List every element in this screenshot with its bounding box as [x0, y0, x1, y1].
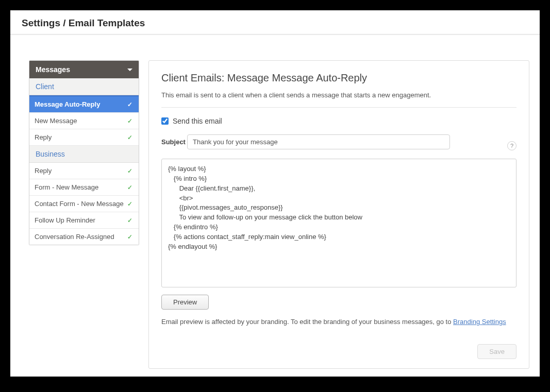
preview-button[interactable]: Preview	[161, 295, 209, 310]
check-icon: ✓	[127, 134, 132, 141]
check-icon: ✓	[127, 200, 132, 208]
branding-hint: Email preview is affected by your brandi…	[161, 318, 516, 326]
check-icon: ✓	[127, 117, 132, 125]
sidebar-item-label: Message Auto-Reply	[35, 100, 100, 108]
sidebar-item-message-auto-reply[interactable]: Message Auto-Reply ✓	[29, 95, 139, 113]
sidebar-header[interactable]: Messages	[29, 61, 139, 78]
sidebar-item-label: Form - New Message	[35, 183, 98, 191]
check-icon: ✓	[127, 233, 132, 241]
send-email-checkbox[interactable]	[161, 117, 169, 125]
sidebar-item-follow-up-reminder[interactable]: Follow Up Reminder ✓	[29, 212, 139, 229]
sidebar-item-label: Reply	[35, 133, 52, 141]
save-button[interactable]: Save	[477, 344, 516, 359]
sidebar-item-label: Reply	[35, 167, 52, 175]
sidebar-item-new-message[interactable]: New Message ✓	[29, 113, 139, 129]
check-icon: ✓	[127, 167, 132, 175]
email-body-editor[interactable]	[161, 159, 516, 287]
sidebar-item-label: Conversation Re-Assigned	[35, 233, 114, 241]
sidebar-item-reply-business[interactable]: Reply ✓	[29, 163, 139, 179]
hint-text: Email preview is affected by your brandi…	[161, 318, 453, 326]
sidebar-item-form-new-message[interactable]: Form - New Message ✓	[29, 179, 139, 196]
chevron-down-icon	[127, 69, 132, 71]
subject-label: Subject	[161, 138, 187, 146]
sidebar-item-contact-form-new-message[interactable]: Contact Form - New Message ✓	[29, 196, 139, 212]
divider	[161, 107, 516, 108]
sidebar-header-label: Messages	[36, 65, 70, 74]
subject-input[interactable]	[187, 134, 450, 149]
sidebar: Messages Client Message Auto-Reply ✓ New…	[29, 60, 139, 245]
sidebar-section-client: Client	[29, 78, 139, 95]
sidebar-item-conversation-reassigned[interactable]: Conversation Re-Assigned ✓	[29, 229, 139, 245]
sidebar-item-reply-client[interactable]: Reply ✓	[29, 129, 139, 146]
content-panel: Client Emails: Message Message Auto-Repl…	[148, 60, 529, 369]
sidebar-item-label: Follow Up Reminder	[35, 216, 95, 224]
sidebar-item-label: Contact Form - New Message	[35, 200, 124, 208]
content-heading: Client Emails: Message Message Auto-Repl…	[161, 72, 516, 84]
sidebar-item-label: New Message	[35, 117, 77, 125]
check-icon: ✓	[127, 184, 132, 191]
page-title: Settings / Email Templates	[22, 18, 528, 29]
content-description: This email is sent to a client when a cl…	[161, 91, 516, 99]
check-icon: ✓	[127, 217, 132, 224]
help-icon[interactable]: ?	[507, 141, 516, 150]
check-icon: ✓	[127, 101, 132, 108]
titlebar: Settings / Email Templates	[10, 10, 540, 35]
sidebar-section-business: Business	[29, 146, 139, 163]
send-email-label: Send this email	[173, 117, 222, 125]
branding-settings-link[interactable]: Branding Settings	[453, 318, 506, 326]
